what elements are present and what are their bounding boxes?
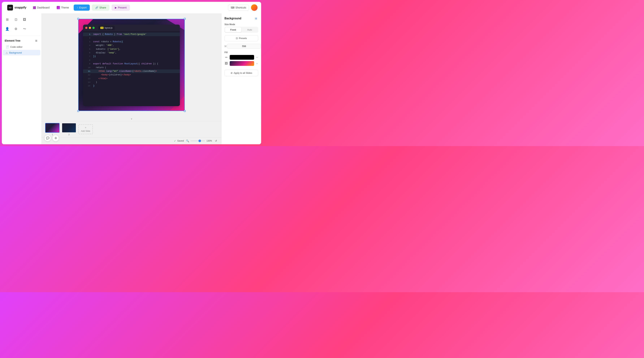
handle-bottomright[interactable]	[184, 110, 186, 112]
size-mode-toggle: Fixed Auto	[224, 27, 258, 33]
dashboard-icon: 🟪	[33, 6, 36, 9]
tree-item-background[interactable]: △ Background	[3, 50, 40, 55]
code-line-1-content: import { Roboto } from 'next/font/google…	[93, 33, 178, 36]
right-panel: Background ⊞ Size Mode Fixed Auto ⊡ Pres…	[222, 13, 261, 144]
code-editor-icon: 📄	[6, 45, 9, 48]
add-slide-label: Add Slide	[81, 130, 90, 132]
user-icon-button[interactable]: 👤	[3, 25, 11, 33]
zoom-thumb[interactable]	[198, 140, 201, 142]
settings-icon-button[interactable]: ⚙	[12, 25, 20, 33]
handle-bottomleft[interactable]	[77, 110, 79, 112]
wave-icon-button[interactable]: 〜	[20, 25, 28, 33]
app-name: snappify	[14, 6, 26, 9]
fill-action-button-2[interactable]: ↔	[256, 62, 258, 65]
settings-circle-button[interactable]: ⚙	[52, 135, 59, 141]
code-line-4: 4 weight: '400',	[83, 44, 180, 47]
line-num-8: 8	[85, 59, 90, 62]
code-line-9: 9 export default function RootLayout({ c…	[83, 62, 180, 66]
code-line-8-content	[93, 58, 178, 62]
line-num-13: 13	[85, 77, 90, 80]
traffic-green	[92, 27, 95, 29]
code-line-1: 1 import { Roboto } from 'next/font/goog…	[83, 33, 180, 36]
fill-label: Fill	[224, 51, 258, 54]
code-line-8: 8	[83, 58, 180, 62]
line-num-4: 4	[85, 44, 90, 47]
saved-indicator: ✓ Saved	[174, 139, 184, 142]
canvas-area: JS layout.js 1 import { Roboto } from 'n…	[42, 13, 222, 144]
apply-icon: ⊘	[230, 72, 232, 74]
add-plus-icon: +	[85, 126, 86, 129]
logo-button[interactable]: <> snappify	[6, 4, 28, 12]
sidebar-icon-rows: ⊞ ⊡ 🖼 👤 ⚙ 〜	[2, 13, 41, 35]
code-line-2: 2	[83, 36, 180, 40]
code-line-4-content: weight: '400',	[93, 44, 178, 47]
code-line-13: 13 </html>	[83, 77, 180, 80]
line-num-7: 7	[85, 55, 90, 58]
code-line-5: 5 subsets: ['latin'],	[83, 47, 180, 51]
component-icon-button[interactable]: ⊡	[12, 16, 20, 24]
canvas-main: JS layout.js 1 import { Roboto } from 'n…	[42, 13, 222, 116]
code-line-11-content: <html lang="en" className={roboto.classN…	[93, 69, 178, 73]
status-bar: ✓ Saved 🔍 130% ↺	[42, 137, 222, 144]
thumb-bg-2	[62, 123, 76, 132]
apply-to-all-slides-button[interactable]: ⊘ Apply to all Slides	[224, 70, 258, 76]
tree-item-code-editor[interactable]: 📄 Code editor	[3, 44, 40, 50]
code-line-14-content: )	[93, 80, 178, 84]
panel-link-button[interactable]: ⊞	[254, 16, 258, 21]
chat-button[interactable]: 💬	[44, 135, 51, 141]
width-input[interactable]	[227, 44, 261, 49]
share-button[interactable]: 🔗 Share	[92, 5, 109, 11]
element-tree-expand-button[interactable]: ⊞	[34, 39, 38, 43]
handle-topright[interactable]	[184, 18, 186, 20]
icon-row-1: ⊞ ⊡ 🖼	[3, 15, 40, 24]
code-line-3-content: const roboto = Roboto({	[93, 40, 178, 44]
slide-container[interactable]: JS layout.js 1 import { Roboto } from 'n…	[78, 19, 185, 111]
avatar[interactable]	[251, 4, 258, 11]
thumbnail-wrapper-2: 2	[62, 123, 76, 136]
collapse-row: ∨	[42, 116, 222, 121]
image-icon-button[interactable]: 🖼	[20, 16, 28, 24]
thumbnail-1[interactable]	[45, 123, 60, 133]
line-num-2: 2	[85, 36, 90, 40]
fixed-toggle[interactable]: Fixed	[225, 27, 241, 32]
background-label: Background	[9, 51, 22, 54]
zoom-reset-button[interactable]: ↺	[214, 139, 218, 143]
sidebar-divider	[3, 36, 40, 36]
slide-canvas[interactable]: JS layout.js 1 import { Roboto } from 'n…	[78, 19, 185, 111]
zoom-control[interactable]: 🔍 130%	[186, 139, 212, 142]
collapse-button[interactable]: ∨	[129, 117, 134, 120]
presets-button[interactable]: ⊡ Presets	[224, 35, 258, 41]
fill-gradient-preview-2[interactable]	[230, 61, 254, 66]
layout-icon-button[interactable]: ⊞	[3, 16, 11, 24]
share-icon: 🔗	[95, 6, 98, 9]
add-slide-button[interactable]: + Add Slide	[78, 124, 93, 134]
fill-action-button-1[interactable]: ↔	[256, 56, 258, 59]
dashboard-button[interactable]: 🟪 Dashboard	[30, 5, 52, 11]
add-slide-wrapper: + Add Slide	[78, 124, 93, 134]
js-icon: JS	[100, 27, 104, 29]
export-button[interactable]: ↑ Export	[74, 5, 90, 11]
element-tree-header: Element Tree ⊞	[2, 37, 41, 44]
handle-topleft[interactable]	[77, 18, 79, 20]
line-num-14: 14	[85, 81, 90, 84]
line-num-3: 3	[85, 40, 90, 44]
filename: layout.js	[104, 27, 112, 29]
zoom-icon: 🔍	[186, 139, 189, 142]
auto-toggle[interactable]: Auto	[242, 27, 258, 32]
file-tab[interactable]: JS layout.js	[98, 26, 115, 30]
zoom-slider[interactable]	[190, 140, 205, 141]
theme-button[interactable]: Theme	[54, 5, 72, 11]
export-icon: ↑	[77, 6, 78, 9]
thumbnail-2[interactable]	[62, 123, 76, 133]
size-mode-label: Size Mode	[224, 23, 258, 26]
shortcuts-button[interactable]: ⌨ Shortcuts	[228, 5, 249, 11]
code-line-14: 14 )	[83, 80, 180, 84]
fill-color-preview-1[interactable]	[230, 55, 254, 60]
thumb-bg-1	[46, 123, 59, 132]
present-button[interactable]: ▶ Present	[112, 5, 130, 11]
code-line-2-content	[93, 36, 178, 40]
code-line-3: 3 const roboto = Roboto({	[83, 40, 180, 44]
code-line-6-content: display: 'swap',	[93, 51, 178, 55]
line-num-12: 12	[85, 73, 90, 77]
line-num-9: 9	[85, 62, 90, 66]
